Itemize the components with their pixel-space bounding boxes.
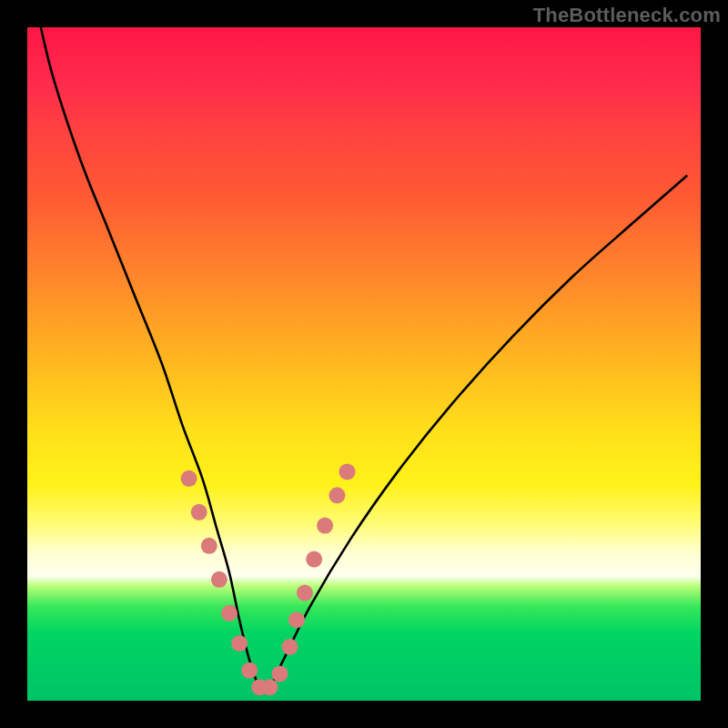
- highlight-dot: [181, 470, 197, 487]
- highlight-dot: [317, 518, 333, 534]
- highlight-dot: [191, 504, 207, 521]
- highlight-dot: [297, 585, 313, 602]
- highlight-dot: [306, 551, 322, 568]
- highlight-dot: [231, 635, 248, 652]
- highlight-dot: [329, 487, 345, 503]
- highlight-dot: [201, 538, 217, 554]
- highlight-dot: [261, 679, 278, 695]
- curve-group: [41, 27, 687, 691]
- highlight-dot: [339, 463, 356, 480]
- highlight-dot: [211, 571, 228, 588]
- highlight-dot: [272, 665, 288, 682]
- dots-group: [181, 463, 356, 695]
- highlight-dot: [241, 662, 258, 679]
- highlight-dot: [288, 612, 305, 628]
- chart-svg: [27, 27, 701, 701]
- highlight-dot: [282, 639, 298, 655]
- watermark-text: TheBottleneck.com: [533, 4, 721, 27]
- outer-frame: TheBottleneck.com: [0, 0, 728, 728]
- v-curve-line: [41, 27, 687, 691]
- highlight-dot: [221, 605, 238, 622]
